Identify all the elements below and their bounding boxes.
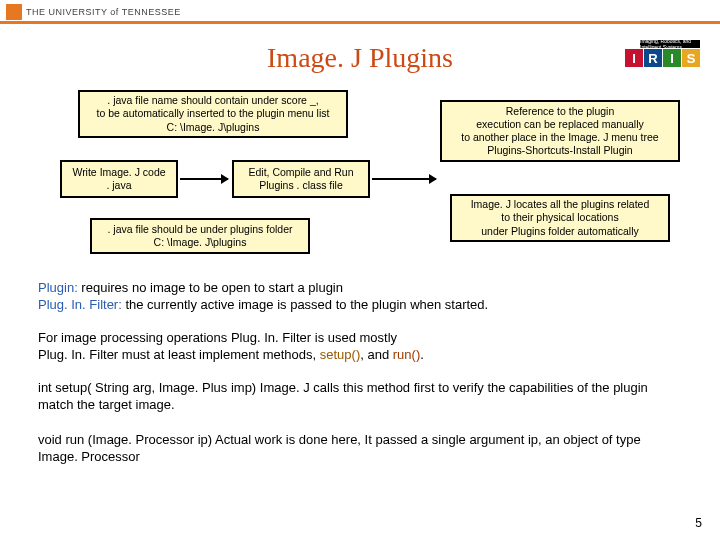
- box-line: C: \Image. J\plugins: [167, 121, 260, 134]
- box-java-filename: . java file name should contain under sc…: [78, 90, 348, 138]
- page-number: 5: [695, 516, 702, 530]
- box-compile: Edit, Compile and Run Plugins . class fi…: [232, 160, 370, 198]
- box-reference: Reference to the plugin execution can be…: [440, 100, 680, 162]
- box-line: . java file should be under plugins fold…: [107, 223, 292, 236]
- box-line: Write Image. J code: [72, 166, 165, 179]
- text-plugin-label: Plugin:: [38, 280, 78, 295]
- box-line: . java: [106, 179, 131, 192]
- text-run: run(): [393, 347, 420, 362]
- box-line: to their physical locations: [501, 211, 618, 224]
- box-locates: Image. J locates all the plugins related…: [450, 194, 670, 242]
- box-line: . java file name should contain under sc…: [107, 94, 318, 107]
- paragraph-plugin: Plugin: requires no image to be open to …: [38, 280, 678, 314]
- text: , and: [360, 347, 393, 362]
- arrow-icon: [372, 178, 436, 180]
- text: For image processing operations Plug. In…: [38, 330, 397, 345]
- university-name: THE UNIVERSITY of TENNESSEE: [26, 7, 181, 17]
- box-line: under Plugins folder automatically: [481, 225, 639, 238]
- text: Plug. In. Filter must at least implement…: [38, 347, 320, 362]
- text: .: [420, 347, 424, 362]
- iris-letter-icon: I: [625, 49, 643, 67]
- box-line: execution can be replaced manually: [476, 118, 644, 131]
- text-pluginfilter-label: Plug. In. Filter:: [38, 297, 122, 312]
- title-row: Image. J Plugins: [0, 42, 720, 74]
- box-line: Edit, Compile and Run: [248, 166, 353, 179]
- iris-logo: Imaging, Robotics, and Intelligent Syste…: [625, 40, 700, 67]
- box-under-plugins: . java file should be under plugins fold…: [90, 218, 310, 254]
- paragraph-run: void run (Image. Processor ip) Actual wo…: [38, 432, 678, 466]
- university-logo: THE UNIVERSITY of TENNESSEE: [6, 4, 181, 20]
- text-setup: setup(): [320, 347, 360, 362]
- paragraph-methods: For image processing operations Plug. In…: [38, 330, 678, 364]
- box-line: Plugins-Shortcuts-Install Plugin: [487, 144, 632, 157]
- text: int setup( String arg, Image. Plus imp) …: [38, 380, 648, 412]
- arrow-icon: [180, 178, 228, 180]
- iris-letter-icon: S: [682, 49, 700, 67]
- box-write-code: Write Image. J code . java: [60, 160, 178, 198]
- iris-letter-icon: I: [663, 49, 681, 67]
- box-line: to be automatically inserted to the plug…: [97, 107, 330, 120]
- box-line: C: \Image. J\plugins: [154, 236, 247, 249]
- text: the currently active image is passed to …: [122, 297, 488, 312]
- paragraph-setup: int setup( String arg, Image. Plus imp) …: [38, 380, 678, 414]
- text: void run (Image. Processor ip) Actual wo…: [38, 432, 641, 464]
- slide-title: Image. J Plugins: [267, 42, 453, 73]
- iris-letter-icon: R: [644, 49, 662, 67]
- text: requires no image to be open to start a …: [78, 280, 343, 295]
- header-bar: THE UNIVERSITY of TENNESSEE: [0, 0, 720, 24]
- box-line: to another place in the Image. J menu tr…: [461, 131, 658, 144]
- box-line: Image. J locates all the plugins related: [471, 198, 650, 211]
- power-t-icon: [6, 4, 22, 20]
- box-line: Plugins . class file: [259, 179, 342, 192]
- box-line: Reference to the plugin: [506, 105, 615, 118]
- iris-caption: Imaging, Robotics, and Intelligent Syste…: [640, 40, 700, 48]
